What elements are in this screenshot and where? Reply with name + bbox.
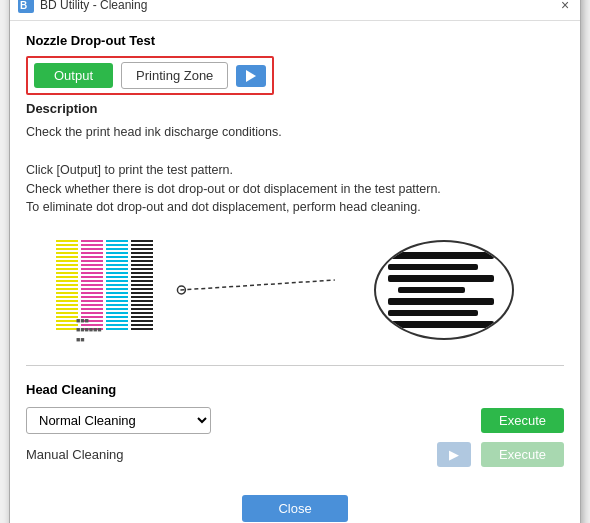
svg-point-11 [177, 286, 185, 294]
titlebar: B BD Utility - Cleaning × [10, 0, 580, 21]
description-line1: Check the print head ink discharge condi… [26, 123, 564, 142]
description-line2: Click [Output] to print the test pattern… [26, 161, 564, 180]
printing-zone-button[interactable]: Printing Zone [121, 62, 228, 89]
yellow-stripe [56, 240, 78, 330]
close-dialog-button[interactable]: Close [242, 495, 347, 522]
manual-cleaning-label: Manual Cleaning [26, 447, 124, 462]
magnify-lines-container [376, 242, 512, 338]
play-button[interactable] [236, 65, 266, 87]
magnify-line-5 [388, 298, 494, 305]
head-cleaning-section: Head Cleaning Normal Cleaning Deep Clean… [26, 376, 564, 473]
footer: Close [10, 485, 580, 523]
divider [26, 365, 564, 366]
nozzle-section-title: Nozzle Drop-out Test [26, 33, 564, 48]
magnify-line-2 [388, 264, 478, 271]
black-stripe [131, 240, 153, 330]
magnify-line-4 [398, 287, 465, 294]
description-line4: To eliminate dot drop-out and dot displa… [26, 198, 564, 217]
close-button[interactable]: × [558, 0, 572, 12]
svg-rect-7 [106, 240, 128, 330]
execute-disabled-button: Execute [481, 442, 564, 467]
normal-cleaning-row: Normal Cleaning Deep Cleaning Execute [26, 407, 564, 434]
window-title: BD Utility - Cleaning [40, 0, 147, 12]
svg-text:B: B [20, 0, 27, 11]
description-title: Description [26, 99, 564, 119]
titlebar-left: B BD Utility - Cleaning [18, 0, 147, 13]
nozzle-pattern: ■■■ ■■■■■■ ■■ [26, 225, 564, 355]
head-cleaning-title: Head Cleaning [26, 382, 564, 397]
content-area: Nozzle Drop-out Test Output Printing Zon… [10, 21, 580, 485]
magnify-line-3 [388, 275, 494, 282]
svg-rect-3 [56, 240, 78, 330]
small-text-block: ■■■ ■■■■■■ ■■ [76, 316, 101, 345]
magnify-oval [374, 240, 514, 340]
execute-button[interactable]: Execute [481, 408, 564, 433]
toolbar-wrapper: Output Printing Zone [26, 56, 564, 95]
main-window: B BD Utility - Cleaning × Nozzle Drop-ou… [9, 0, 581, 523]
play-icon [246, 70, 256, 82]
manual-cleaning-row: Manual Cleaning ▶ Execute [26, 442, 564, 467]
toolbar: Output Printing Zone [26, 56, 274, 95]
manual-nav-button[interactable]: ▶ [437, 442, 471, 467]
nozzle-image-area: ■■■ ■■■■■■ ■■ [26, 225, 564, 355]
cleaning-type-select[interactable]: Normal Cleaning Deep Cleaning [26, 407, 211, 434]
magnify-line-7 [388, 321, 494, 328]
app-icon: B [18, 0, 34, 13]
description-line3: Check whether there is dot drop-out or d… [26, 180, 564, 199]
magnify-line-6 [388, 310, 478, 317]
output-button[interactable]: Output [34, 63, 113, 88]
cyan-stripe [106, 240, 128, 330]
svg-line-10 [180, 280, 334, 290]
svg-rect-9 [131, 240, 153, 330]
description-block: Description Check the print head ink dis… [26, 99, 564, 217]
magnify-line-1 [388, 252, 494, 259]
